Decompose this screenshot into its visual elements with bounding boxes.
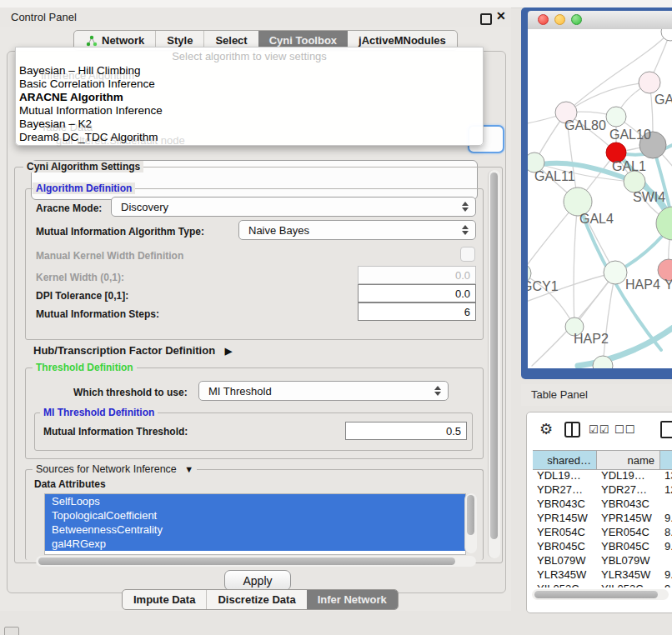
network-window[interactable]: GALGAL80GAL10GAL1GAL11SWI4GAL4GCY1HAP4YH… bbox=[521, 8, 672, 379]
deselect-all-checks-icon[interactable]: ☐☐ bbox=[614, 423, 635, 436]
table-row[interactable]: YPR145WYPR145W9. bbox=[533, 511, 672, 525]
algorithm-option-bayesian-hill-climbing[interactable]: Bayesian – Hill Climbing bbox=[19, 64, 141, 78]
table-row[interactable]: YIL053CYIL053C9 bbox=[533, 582, 672, 588]
bottom-tab-impute-data[interactable]: Impute Data bbox=[123, 590, 206, 609]
table-cell: YER054C bbox=[597, 525, 660, 539]
control-panel-titlebar[interactable]: Control Panel ✕ bbox=[0, 8, 511, 28]
table-cell: YLR345W bbox=[533, 568, 597, 582]
mi-type-combo[interactable]: Naive Bayes bbox=[238, 220, 476, 240]
table-body: YDL19…YDL19…13YDR27…YDR27…12YBR043CYBR04… bbox=[533, 468, 672, 588]
attribute-item-topologicalcoefficient[interactable]: TopologicalCoefficient bbox=[45, 508, 465, 522]
sources-group: Sources for Network Inference ▼ Data Att… bbox=[25, 469, 484, 560]
threshold-definition-legend: Threshold Definition bbox=[33, 362, 137, 373]
node-gal-top[interactable] bbox=[639, 72, 660, 93]
network-window-titlebar[interactable] bbox=[528, 11, 672, 30]
tab-label: Cyni Toolbox bbox=[269, 34, 337, 47]
algorithm-option-dream8-dc-tdc-algorithm[interactable]: Dream8 DC_TDC Algorithm bbox=[19, 131, 158, 144]
data-attributes-list: SelfLoopsTopologicalCoefficientBetweenne… bbox=[44, 493, 466, 555]
table-cell: YBR045C bbox=[597, 539, 660, 553]
table-cell: YBL079W bbox=[597, 553, 660, 568]
cyni-algorithm-settings-group: Cyni Algorithm Settings Algorithm Defini… bbox=[14, 167, 503, 563]
tab-label: jActiveMNodules bbox=[359, 34, 446, 47]
minimize-traffic-light-icon[interactable] bbox=[554, 14, 565, 25]
gear-icon[interactable]: ⚙ bbox=[539, 420, 553, 438]
table-cell: YPR145W bbox=[597, 511, 660, 525]
popup-placeholder: Select algorithm to view settings bbox=[16, 50, 483, 62]
bottom-tab-infer-network[interactable]: Infer Network bbox=[307, 590, 398, 609]
algorithm-option-aracne-algorithm[interactable]: ARACNE Algorithm bbox=[19, 91, 123, 104]
table-cell: YDL19… bbox=[597, 468, 660, 482]
table-panel-title: Table Panel bbox=[531, 388, 588, 401]
column-header-a[interactable]: A bbox=[660, 451, 672, 469]
attributes-vscroll-thumb[interactable] bbox=[467, 495, 474, 535]
table-row[interactable]: YBR043CYBR043C bbox=[533, 497, 672, 511]
node-label-gal1: GAL1 bbox=[612, 159, 646, 173]
settings-scrollbar-thumb[interactable] bbox=[490, 172, 498, 539]
combo-spinner-icon bbox=[462, 202, 469, 212]
tab-label: Style bbox=[167, 34, 193, 47]
which-threshold-label: Which threshold to use: bbox=[73, 387, 188, 398]
columns-icon[interactable] bbox=[564, 422, 580, 438]
attributes-hscroll-thumb[interactable] bbox=[38, 558, 455, 565]
table-row[interactable]: YDL19…YDL19…13 bbox=[533, 468, 672, 482]
aracne-mode-value: Discovery bbox=[121, 201, 168, 213]
float-window-icon[interactable] bbox=[480, 13, 492, 25]
table-row[interactable]: YLR345WYLR345W9. bbox=[533, 568, 672, 582]
tab-label: Network bbox=[102, 34, 144, 47]
mi-threshold-label: Mutual Information Threshold: bbox=[43, 426, 188, 438]
table-hscroll-thumb[interactable] bbox=[534, 591, 658, 598]
table-panel-card: ⚙ ☑☑ ☐☐ shared…nameA YDL19…YDL19…13YDR27… bbox=[526, 412, 672, 613]
node-label-gal: GAL bbox=[654, 92, 672, 107]
table-row[interactable]: YBR045CYBR045C9. bbox=[533, 539, 672, 553]
table-horizontal-scrollbar[interactable] bbox=[532, 589, 669, 600]
cyni-settings-legend: Cyni Algorithm Settings bbox=[23, 161, 143, 172]
column-header-shared[interactable]: shared… bbox=[533, 451, 597, 469]
aracne-mode-combo[interactable]: Discovery bbox=[111, 197, 476, 217]
node-label-gal4: GAL4 bbox=[579, 212, 614, 226]
hub-definition-toggle[interactable]: Hub/Transcription Factor Definition ▶ bbox=[33, 344, 232, 357]
node-label-swi4: SWI4 bbox=[633, 190, 665, 204]
algorithm-option-bayesian-k2[interactable]: Bayesian – K2 bbox=[19, 118, 92, 131]
algorithm-definition-legend: Algorithm Definition bbox=[33, 182, 135, 194]
column-header-name[interactable]: name bbox=[597, 451, 660, 469]
which-threshold-combo[interactable]: MI Threshold bbox=[198, 381, 449, 401]
manual-kernel-checkbox[interactable] bbox=[460, 247, 475, 262]
table-cell: YLR345W bbox=[597, 568, 660, 582]
table-panel-titlebar[interactable]: Table Panel bbox=[521, 384, 672, 406]
settings-vertical-scrollbar[interactable] bbox=[488, 170, 500, 558]
node-label-gal10: GAL10 bbox=[609, 128, 651, 142]
close-traffic-light-icon[interactable] bbox=[538, 14, 549, 25]
apply-button[interactable]: Apply bbox=[224, 570, 291, 591]
mi-threshold-group: MI Threshold Definition Mutual Informati… bbox=[34, 412, 473, 451]
table-row[interactable]: YER054CYER054C8. bbox=[533, 525, 672, 539]
table-row[interactable]: YDR27…YDR27…12 bbox=[533, 482, 672, 497]
table-row[interactable]: YBL079WYBL079W bbox=[533, 553, 672, 568]
algorithm-option-mutual-information-inference[interactable]: Mutual Information Inference bbox=[19, 104, 163, 118]
node-label-hap4: HAP4 bbox=[625, 278, 660, 292]
algorithm-option-basic-correlation-inference[interactable]: Basic Correlation Inference bbox=[19, 78, 155, 91]
sources-legend[interactable]: Sources for Network Inference ▼ bbox=[33, 463, 197, 475]
zoom-traffic-light-icon[interactable] bbox=[571, 14, 582, 25]
attribute-item-betweennesscentrality[interactable]: BetweennessCentrality bbox=[45, 522, 465, 537]
attributes-horizontal-scrollbar[interactable] bbox=[36, 556, 476, 567]
node-hap4[interactable] bbox=[604, 261, 627, 284]
select-all-checks-icon[interactable]: ☑☑ bbox=[589, 423, 609, 436]
table-cell: 9. bbox=[660, 539, 672, 553]
network-canvas[interactable]: GALGAL80GAL10GAL1GAL11SWI4GAL4GCY1HAP4YH… bbox=[528, 29, 672, 368]
panel-mini-icon[interactable] bbox=[4, 627, 19, 635]
node-gal10[interactable] bbox=[606, 107, 626, 127]
node-big-green[interactable] bbox=[656, 207, 672, 240]
document-icon[interactable] bbox=[660, 421, 672, 438]
manual-kernel-label: Manual Kernel Width Definition bbox=[36, 250, 183, 262]
attribute-item-gal4rgexp[interactable]: gal4RGexp bbox=[45, 537, 465, 551]
close-window-icon[interactable]: ✕ bbox=[496, 9, 506, 22]
attributes-vertical-scrollbar[interactable] bbox=[464, 493, 477, 553]
attribute-item-selfloops[interactable]: SelfLoops bbox=[45, 494, 465, 508]
mi-type-value: Naive Bayes bbox=[248, 224, 309, 237]
mi-threshold-input[interactable]: 0.5 bbox=[345, 422, 467, 440]
kernel-width-input[interactable]: 0.0 bbox=[358, 266, 476, 284]
dpi-tolerance-input[interactable]: 0.0 bbox=[358, 284, 476, 302]
mi-steps-input[interactable]: 6 bbox=[358, 302, 476, 321]
table-cell: 9 bbox=[660, 582, 672, 588]
bottom-tab-discretize-data[interactable]: Discretize Data bbox=[206, 590, 306, 609]
